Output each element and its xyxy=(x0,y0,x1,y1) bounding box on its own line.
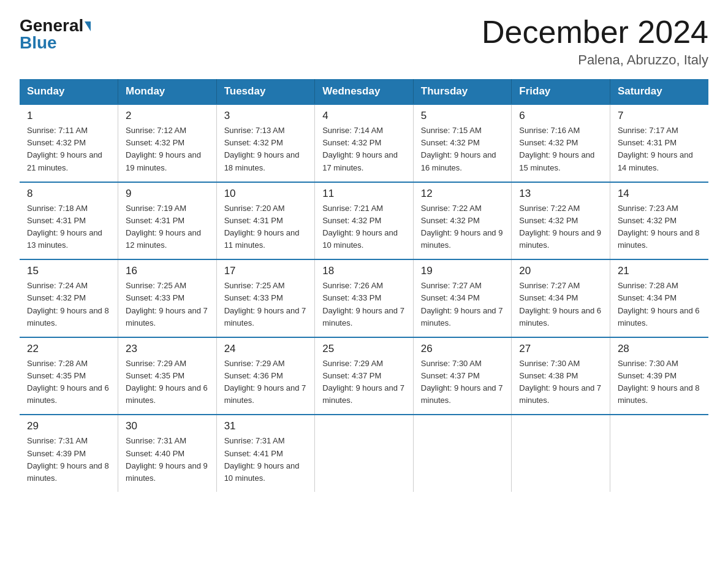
day-number: 27 xyxy=(519,343,602,355)
day-info: Sunrise: 7:24 AMSunset: 4:32 PMDaylight:… xyxy=(27,280,110,329)
calendar-cell: 18 Sunrise: 7:26 AMSunset: 4:33 PMDaylig… xyxy=(315,259,414,337)
day-info: Sunrise: 7:26 AMSunset: 4:33 PMDaylight:… xyxy=(322,280,406,329)
day-info: Sunrise: 7:20 AMSunset: 4:31 PMDaylight:… xyxy=(224,202,308,252)
calendar-week-5: 29 Sunrise: 7:31 AMSunset: 4:39 PMDaylig… xyxy=(20,415,708,492)
day-number: 4 xyxy=(322,110,406,122)
calendar-cell xyxy=(315,415,414,492)
calendar-cell: 12 Sunrise: 7:22 AMSunset: 4:32 PMDaylig… xyxy=(413,182,512,260)
calendar-cell xyxy=(512,415,610,492)
logo-arrow-icon xyxy=(85,21,91,31)
day-number: 21 xyxy=(618,265,701,277)
day-info: Sunrise: 7:15 AMSunset: 4:32 PMDaylight:… xyxy=(421,124,504,174)
header-thursday: Thursday xyxy=(413,79,512,104)
page-header: General Blue December 2024 Palena, Abruz… xyxy=(20,15,708,68)
calendar-cell: 9 Sunrise: 7:19 AMSunset: 4:31 PMDayligh… xyxy=(118,182,217,260)
calendar-cell: 3 Sunrise: 7:13 AMSunset: 4:32 PMDayligh… xyxy=(216,104,315,182)
day-info: Sunrise: 7:28 AMSunset: 4:34 PMDaylight:… xyxy=(618,280,701,329)
day-info: Sunrise: 7:12 AMSunset: 4:32 PMDaylight:… xyxy=(126,124,209,174)
calendar-cell: 28 Sunrise: 7:30 AMSunset: 4:39 PMDaylig… xyxy=(610,337,708,415)
calendar-cell: 13 Sunrise: 7:22 AMSunset: 4:32 PMDaylig… xyxy=(512,182,610,260)
day-info: Sunrise: 7:28 AMSunset: 4:35 PMDaylight:… xyxy=(27,358,110,407)
day-info: Sunrise: 7:29 AMSunset: 4:36 PMDaylight:… xyxy=(224,358,308,407)
day-number: 30 xyxy=(126,420,209,432)
calendar-cell: 8 Sunrise: 7:18 AMSunset: 4:31 PMDayligh… xyxy=(20,182,118,260)
day-number: 31 xyxy=(224,420,308,432)
day-number: 19 xyxy=(421,265,504,277)
day-number: 7 xyxy=(618,110,701,122)
calendar-body: 1 Sunrise: 7:11 AMSunset: 4:32 PMDayligh… xyxy=(20,104,708,492)
day-number: 23 xyxy=(126,343,209,355)
day-info: Sunrise: 7:22 AMSunset: 4:32 PMDaylight:… xyxy=(421,202,504,252)
calendar-cell: 1 Sunrise: 7:11 AMSunset: 4:32 PMDayligh… xyxy=(20,104,118,182)
title-block: December 2024 Palena, Abruzzo, Italy xyxy=(482,15,708,68)
day-number: 22 xyxy=(27,343,110,355)
day-number: 9 xyxy=(126,188,209,200)
calendar-cell: 30 Sunrise: 7:31 AMSunset: 4:40 PMDaylig… xyxy=(118,415,217,492)
header-sunday: Sunday xyxy=(20,79,118,104)
day-info: Sunrise: 7:14 AMSunset: 4:32 PMDaylight:… xyxy=(322,124,406,174)
day-number: 12 xyxy=(421,188,504,200)
header-friday: Friday xyxy=(512,79,610,104)
calendar-cell: 7 Sunrise: 7:17 AMSunset: 4:31 PMDayligh… xyxy=(610,104,708,182)
day-number: 29 xyxy=(27,420,110,432)
calendar-table: Sunday Monday Tuesday Wednesday Thursday… xyxy=(20,79,708,492)
day-info: Sunrise: 7:25 AMSunset: 4:33 PMDaylight:… xyxy=(224,280,308,329)
calendar-cell: 27 Sunrise: 7:30 AMSunset: 4:38 PMDaylig… xyxy=(512,337,610,415)
day-number: 8 xyxy=(27,188,110,200)
day-info: Sunrise: 7:13 AMSunset: 4:32 PMDaylight:… xyxy=(224,124,308,174)
day-info: Sunrise: 7:23 AMSunset: 4:32 PMDaylight:… xyxy=(618,202,701,252)
day-number: 14 xyxy=(618,188,701,200)
day-number: 10 xyxy=(224,188,308,200)
day-info: Sunrise: 7:16 AMSunset: 4:32 PMDaylight:… xyxy=(519,124,602,174)
calendar-cell: 6 Sunrise: 7:16 AMSunset: 4:32 PMDayligh… xyxy=(512,104,610,182)
calendar-cell: 4 Sunrise: 7:14 AMSunset: 4:32 PMDayligh… xyxy=(315,104,414,182)
day-info: Sunrise: 7:31 AMSunset: 4:40 PMDaylight:… xyxy=(126,435,209,484)
day-info: Sunrise: 7:30 AMSunset: 4:37 PMDaylight:… xyxy=(421,358,504,407)
calendar-cell: 20 Sunrise: 7:27 AMSunset: 4:34 PMDaylig… xyxy=(512,259,610,337)
header-wednesday: Wednesday xyxy=(315,79,414,104)
day-info: Sunrise: 7:21 AMSunset: 4:32 PMDaylight:… xyxy=(322,202,406,252)
day-number: 16 xyxy=(126,265,209,277)
day-info: Sunrise: 7:30 AMSunset: 4:38 PMDaylight:… xyxy=(519,358,602,407)
day-info: Sunrise: 7:18 AMSunset: 4:31 PMDaylight:… xyxy=(27,202,110,252)
calendar-week-2: 8 Sunrise: 7:18 AMSunset: 4:31 PMDayligh… xyxy=(20,182,708,260)
calendar-cell: 24 Sunrise: 7:29 AMSunset: 4:36 PMDaylig… xyxy=(216,337,315,415)
calendar-week-3: 15 Sunrise: 7:24 AMSunset: 4:32 PMDaylig… xyxy=(20,259,708,337)
calendar-cell: 15 Sunrise: 7:24 AMSunset: 4:32 PMDaylig… xyxy=(20,259,118,337)
calendar-cell: 21 Sunrise: 7:28 AMSunset: 4:34 PMDaylig… xyxy=(610,259,708,337)
day-info: Sunrise: 7:31 AMSunset: 4:41 PMDaylight:… xyxy=(224,435,308,484)
calendar-cell: 14 Sunrise: 7:23 AMSunset: 4:32 PMDaylig… xyxy=(610,182,708,260)
day-number: 25 xyxy=(322,343,406,355)
calendar-cell: 2 Sunrise: 7:12 AMSunset: 4:32 PMDayligh… xyxy=(118,104,217,182)
day-number: 24 xyxy=(224,343,308,355)
day-info: Sunrise: 7:31 AMSunset: 4:39 PMDaylight:… xyxy=(27,435,110,484)
day-info: Sunrise: 7:11 AMSunset: 4:32 PMDaylight:… xyxy=(27,124,110,174)
day-number: 20 xyxy=(519,265,602,277)
calendar-cell: 10 Sunrise: 7:20 AMSunset: 4:31 PMDaylig… xyxy=(216,182,315,260)
logo-general: General xyxy=(20,17,91,34)
day-info: Sunrise: 7:27 AMSunset: 4:34 PMDaylight:… xyxy=(519,280,602,329)
calendar-week-1: 1 Sunrise: 7:11 AMSunset: 4:32 PMDayligh… xyxy=(20,104,708,182)
header-saturday: Saturday xyxy=(610,79,708,104)
location-title: Palena, Abruzzo, Italy xyxy=(482,52,708,68)
day-number: 11 xyxy=(322,188,406,200)
day-number: 28 xyxy=(618,343,701,355)
calendar-cell xyxy=(413,415,512,492)
calendar-cell: 17 Sunrise: 7:25 AMSunset: 4:33 PMDaylig… xyxy=(216,259,315,337)
calendar-cell: 25 Sunrise: 7:29 AMSunset: 4:37 PMDaylig… xyxy=(315,337,414,415)
calendar-cell: 23 Sunrise: 7:29 AMSunset: 4:35 PMDaylig… xyxy=(118,337,217,415)
day-number: 6 xyxy=(519,110,602,122)
day-info: Sunrise: 7:29 AMSunset: 4:37 PMDaylight:… xyxy=(322,358,406,407)
day-number: 5 xyxy=(421,110,504,122)
day-number: 26 xyxy=(421,343,504,355)
day-number: 1 xyxy=(27,110,110,122)
day-info: Sunrise: 7:25 AMSunset: 4:33 PMDaylight:… xyxy=(126,280,209,329)
calendar-header: Sunday Monday Tuesday Wednesday Thursday… xyxy=(20,79,708,104)
calendar-cell: 19 Sunrise: 7:27 AMSunset: 4:34 PMDaylig… xyxy=(413,259,512,337)
calendar-cell: 11 Sunrise: 7:21 AMSunset: 4:32 PMDaylig… xyxy=(315,182,414,260)
day-info: Sunrise: 7:22 AMSunset: 4:32 PMDaylight:… xyxy=(519,202,602,252)
day-info: Sunrise: 7:17 AMSunset: 4:31 PMDaylight:… xyxy=(618,124,701,174)
header-monday: Monday xyxy=(118,79,217,104)
day-info: Sunrise: 7:30 AMSunset: 4:39 PMDaylight:… xyxy=(618,358,701,407)
calendar-cell: 22 Sunrise: 7:28 AMSunset: 4:35 PMDaylig… xyxy=(20,337,118,415)
